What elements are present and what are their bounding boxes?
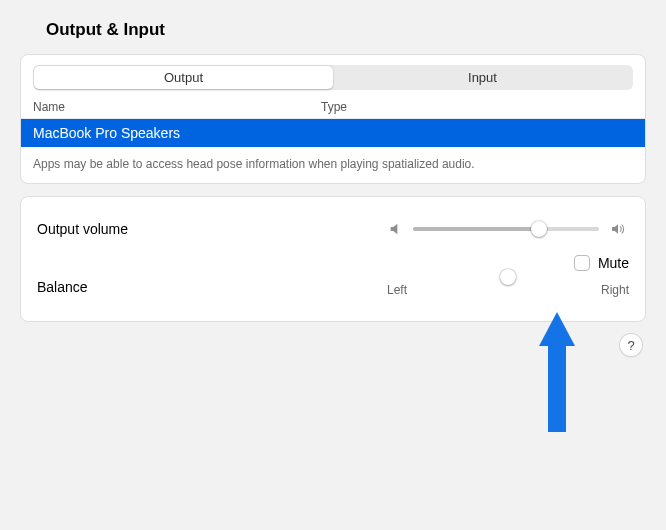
balance-right-label: Right [601, 283, 629, 297]
device-name: MacBook Pro Speakers [33, 125, 180, 141]
speaker-low-icon [387, 221, 405, 237]
spatial-audio-note: Apps may be able to access head pose inf… [21, 147, 645, 183]
device-panel: Output Input Name Type MacBook Pro Speak… [20, 54, 646, 184]
output-volume-row: Output volume [37, 213, 629, 245]
page-title: Output & Input [46, 20, 646, 40]
output-volume-label: Output volume [37, 221, 387, 237]
balance-label: Balance [37, 279, 387, 295]
mute-row: Mute [37, 255, 629, 271]
tab-input[interactable]: Input [333, 66, 632, 89]
callout-arrow-icon [533, 312, 581, 432]
mute-checkbox[interactable] [574, 255, 590, 271]
column-type: Type [321, 100, 633, 114]
column-name: Name [33, 100, 321, 114]
device-row[interactable]: MacBook Pro Speakers [21, 119, 645, 147]
tab-output[interactable]: Output [34, 66, 333, 89]
tab-bar: Output Input [33, 65, 633, 90]
balance-left-label: Left [387, 283, 407, 297]
output-volume-slider[interactable] [413, 227, 599, 231]
column-headers: Name Type [21, 98, 645, 119]
help-button[interactable]: ? [620, 334, 642, 356]
mute-label: Mute [598, 255, 629, 271]
speaker-high-icon [607, 221, 629, 237]
balance-row: Balance Left Right [37, 271, 629, 303]
controls-panel: Output volume Mute Balance [20, 196, 646, 322]
